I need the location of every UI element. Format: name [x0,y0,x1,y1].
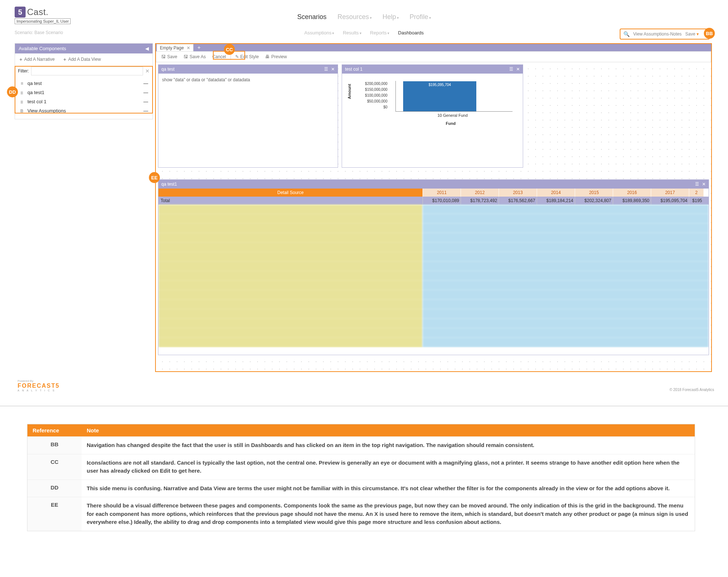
filter-row: Filter: ✕ [15,66,153,77]
remove-icon[interactable]: — [143,90,148,95]
close-icon[interactable]: ✕ [331,67,335,72]
search-icon[interactable]: 🔍 [623,31,630,37]
ref-note: There should be a visual difference betw… [82,497,695,531]
menu-icon[interactable]: ☰ [509,67,513,72]
ref-id: BB [27,437,82,454]
save-button[interactable]: 🖫Save [159,54,179,59]
subnav-reports[interactable]: Reports [370,30,390,36]
sidebar-item-label: test col 1 [27,99,46,104]
panel-title: test col 1 [345,67,363,72]
blurred-data-rows [158,205,709,347]
menu-icon[interactable]: ☰ [695,182,699,187]
ref-id: CC [27,454,82,480]
bar-10-general-fund: $195,095,704 [403,81,476,111]
nav-scenarios[interactable]: Scenarios [297,13,326,21]
top-nav: Scenarios Resources Help Profile [297,13,431,21]
menu-icon[interactable]: ☰ [324,67,328,72]
nav-profile[interactable]: Profile [410,13,431,21]
th-year: 2015 [575,189,613,197]
sidebar-item[interactable]: ⫼test col 1— [17,97,150,106]
page-tab[interactable]: Empty Page ✕ [157,44,194,51]
save-dropdown[interactable]: Save ▾ [685,31,699,37]
panel-title: qa test1 [161,182,177,187]
panel-chart[interactable]: test col 1 ☰ ✕ Amount $200,000,000$150,0… [342,64,523,168]
th-reference: Reference [27,424,82,436]
td-total: $176,562,667 [499,197,537,205]
td-total: $195,095,704 [651,197,689,205]
th-year: 2016 [613,189,651,197]
td-total: $189,184,214 [537,197,575,205]
reference-row: EEThere should be a visual difference be… [27,497,695,531]
preview-button[interactable]: 🖶Preview [263,54,289,59]
edit-style-button[interactable]: ✎Edit Style [233,54,261,59]
logo-badge: 5 [15,7,26,18]
ref-id: EE [27,497,82,531]
td-total: $195 [689,197,703,205]
close-icon[interactable]: ✕ [702,182,706,187]
footer: Powered By FORECAST5A N A L Y T I C S © … [18,379,714,392]
close-icon[interactable]: ✕ [516,67,520,72]
remove-icon[interactable]: — [143,108,148,113]
sidebar-item[interactable]: ≡qa test— [17,79,150,88]
save-as-icon: 🖫 [184,54,188,59]
sidebar-item[interactable]: ⫼qa test1— [17,88,150,97]
row-total-label: Total [158,197,423,205]
nav-resources[interactable]: Resources [337,13,371,21]
th-year: 2014 [537,189,575,197]
ref-id: DD [27,480,82,497]
remove-icon[interactable]: — [143,81,148,86]
remove-icon[interactable]: — [143,99,148,104]
forecast5-logo: FORECAST5A N A L Y T I C S [18,383,60,392]
sub-nav: Assumptions Results Reports Dashboards [304,30,424,36]
panel-table[interactable]: qa test1 ☰ ✕ Detail Source 2011201220132… [158,179,709,355]
sidebar: Available Components ◀ ＋Add A Narrative … [15,43,153,119]
add-narrative-button[interactable]: ＋Add A Narrative [19,56,55,63]
y-axis-label: Amount [347,84,352,99]
x-category-label: 10 General Fund [387,113,518,118]
collapse-icon[interactable]: ◀ [145,46,149,51]
close-tab-icon[interactable]: ✕ [187,45,190,51]
panel-narrative[interactable]: qa test ☰ ✕ show "data" or data or "data… [158,64,338,168]
save-as-button[interactable]: 🖫Save As [181,54,208,59]
data-table: Detail Source 20112012201320142015201620… [158,189,709,347]
th-year: 2013 [499,189,537,197]
sidebar-item-label: qa test1 [27,90,44,95]
panel-title: qa test [161,67,175,72]
view-assumptions-link[interactable]: View Assumptions-Notes [633,31,682,37]
sidebar-title: Available Components [19,46,66,51]
sidebar-item[interactable]: 🗎View Assumptions— [17,106,150,115]
canvas-grid[interactable]: qa test ☰ ✕ show "data" or data or "data… [156,62,711,371]
scenario-label: Scenario: Base Scenario [15,30,63,35]
impersonating-badge: Impersonating Super_IL User [15,18,71,24]
chart-area: Amount $200,000,000$150,000,000$100,000,… [342,74,523,129]
sidebar-item-label: qa test [27,81,42,86]
right-actions: 🔍 View Assumptions-Notes Save ▾ [620,29,710,40]
cancel-button[interactable]: Cancel [210,54,228,59]
marker-cc: CC [224,44,235,55]
component-type-icon: ≡ [19,81,25,86]
nav-help[interactable]: Help [383,13,399,21]
reference-row: CCIcons/actions are not all standard. Ca… [27,454,695,480]
narrative-body: show "data" or data or "datadata" or dat… [158,74,338,86]
ref-note: This side menu is confusing. Narrative a… [82,480,695,497]
subnav-assumptions[interactable]: Assumptions [304,30,334,36]
subnav-dashboards[interactable]: Dashboards [398,30,424,36]
component-type-icon: 🗎 [19,108,25,113]
subnav-results[interactable]: Results [343,30,361,36]
add-data-view-button[interactable]: ＋Add A Data View [63,56,101,63]
add-page-icon[interactable]: ＋ [194,44,204,51]
clear-filter-icon[interactable]: ✕ [145,68,150,74]
page-tabs: Empty Page ✕ ＋ [156,44,711,51]
td-total: $178,723,492 [461,197,499,205]
canvas-area: Empty Page ✕ ＋ 🖫Save 🖫Save As Cancel ✎Ed… [155,43,712,372]
th-year: 2012 [461,189,499,197]
th-detail-source: Detail Source [158,189,423,197]
th-year: 2017 [651,189,689,197]
bar-plot: $195,095,704 [395,81,513,112]
marker-dd: DD [7,86,18,97]
filter-input[interactable] [31,67,143,75]
component-list: ≡qa test—⫼qa test1—⫼test col 1—🗎View Ass… [15,77,153,119]
printer-icon: 🖶 [265,54,270,59]
filter-label: Filter: [18,68,29,74]
powered-by-label: Powered By [18,379,60,383]
